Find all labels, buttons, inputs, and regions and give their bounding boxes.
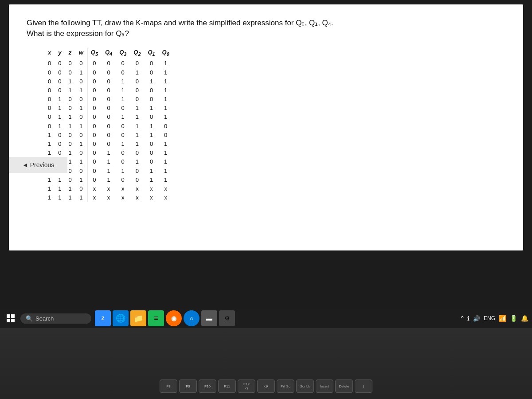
cell-right-7-1: 0 — [102, 122, 116, 131]
cell-right-15-2: x — [116, 193, 130, 202]
cell-right-4-0: 0 — [87, 95, 102, 104]
table-row: 1101010011 — [44, 176, 173, 184]
notification-icon[interactable]: 🔔 — [521, 315, 528, 322]
cell-right-12-3: 0 — [130, 167, 144, 176]
cell-left-6-1: 1 — [55, 113, 65, 121]
cell-right-3-1: 0 — [102, 86, 116, 95]
cell-left-2-3: 0 — [75, 77, 87, 86]
cell-left-0-0: 0 — [44, 59, 55, 68]
cell-right-14-2: x — [116, 184, 130, 193]
cell-right-10-2: 0 — [116, 149, 130, 157]
search-label: Search — [35, 315, 54, 322]
header-q2: Q2 — [130, 48, 144, 59]
chevron-up-icon[interactable]: ^ — [461, 315, 464, 322]
edge-icon[interactable]: 🌐 — [113, 310, 129, 326]
key-prtsc[interactable]: Prt Sc — [277, 379, 294, 393]
cell-left-10-2: 1 — [65, 149, 75, 157]
cell-right-12-2: 1 — [116, 167, 130, 176]
cell-left-13-0: 1 — [44, 176, 55, 184]
cell-left-3-1: 0 — [55, 86, 65, 95]
cell-right-15-3: x — [130, 193, 144, 202]
system-tray: ^ ℹ 🔊 ENG 📶 🔋 🔔 — [461, 315, 528, 322]
cell-right-5-5: 1 — [159, 104, 173, 113]
wifi-icon[interactable]: 📶 — [499, 315, 506, 322]
keyboard-area: F8 F9 F10 F11 F12 ◁- ◁+ Prt Sc Scr Lk In… — [0, 328, 532, 399]
cell-right-11-3: 1 — [130, 157, 144, 166]
cell-right-4-1: 0 — [102, 95, 116, 104]
cell-right-1-0: 0 — [87, 68, 102, 77]
cell-right-15-1: x — [102, 193, 116, 202]
cell-left-8-0: 1 — [44, 131, 55, 140]
cell-right-13-2: 0 — [116, 176, 130, 184]
cell-left-14-0: 1 — [44, 184, 55, 193]
key-f11[interactable]: F11 — [218, 379, 236, 393]
cell-left-4-3: 0 — [75, 95, 87, 104]
blue-circle-icon[interactable]: ○ — [184, 310, 200, 326]
key-scrlk[interactable]: Scr Lk — [296, 379, 314, 393]
taskbar-search[interactable]: 🔍 Search — [20, 313, 91, 324]
equalizer-icon[interactable]: ≡ — [148, 310, 164, 326]
key-vol-up[interactable]: ◁+ — [257, 379, 275, 393]
cell-right-5-4: 1 — [144, 104, 158, 113]
table-row: 0000000001 — [44, 59, 173, 68]
cell-left-7-3: 1 — [75, 122, 87, 131]
cell-right-15-5: x — [159, 193, 173, 202]
settings-icon[interactable]: ⚙ — [219, 310, 235, 326]
table-row: 1000000110 — [44, 131, 173, 140]
cell-right-6-0: 0 — [87, 113, 102, 121]
header-q0: Q0 — [159, 48, 173, 59]
key-insert[interactable]: Insert — [316, 379, 333, 393]
cell-left-15-2: 1 — [65, 193, 75, 202]
previous-button[interactable]: ◄ Previous — [9, 157, 67, 173]
cell-left-10-1: 0 — [55, 149, 65, 157]
header-w: w — [75, 48, 87, 59]
cell-left-5-0: 0 — [44, 104, 55, 113]
cell-left-4-0: 0 — [44, 95, 55, 104]
cell-left-4-1: 1 — [55, 95, 65, 104]
table-row: 0101000111 — [44, 104, 173, 113]
cell-right-5-3: 1 — [130, 104, 144, 113]
key-pipe[interactable]: | — [355, 379, 372, 393]
key-f9[interactable]: F9 — [179, 379, 197, 393]
cell-left-0-1: 0 — [55, 59, 65, 68]
question-text: Given the following TT, draw the K-maps … — [27, 18, 505, 39]
table-row: 1110xxxxxx — [44, 184, 173, 193]
zoom-icon[interactable]: Z — [95, 310, 111, 326]
key-f12[interactable]: F12 ◁- — [238, 379, 255, 393]
cell-right-1-1: 0 — [102, 68, 116, 77]
cell-right-9-2: 1 — [116, 140, 130, 149]
cell-right-7-0: 0 — [87, 122, 102, 131]
lang-label: ENG — [484, 315, 495, 321]
cell-right-11-0: 0 — [87, 157, 102, 166]
battery-icon[interactable]: 🔋 — [510, 315, 517, 322]
cell-right-6-5: 1 — [159, 113, 173, 121]
search-icon: 🔍 — [26, 315, 33, 322]
gray-icon[interactable]: ▬ — [201, 310, 217, 326]
table-row: 1111xxxxxx — [44, 193, 173, 202]
key-f8[interactable]: F8 — [160, 379, 177, 393]
cell-left-8-2: 0 — [65, 131, 75, 140]
key-f10[interactable]: F10 — [199, 379, 216, 393]
cell-right-14-3: x — [130, 184, 144, 193]
cell-right-9-0: 0 — [87, 140, 102, 149]
cell-right-6-4: 0 — [144, 113, 158, 121]
volume-icon[interactable]: 🔊 — [473, 315, 480, 322]
cell-left-7-0: 0 — [44, 122, 55, 131]
info-icon[interactable]: ℹ — [467, 315, 469, 322]
cell-right-9-5: 1 — [159, 140, 173, 149]
orange-icon[interactable]: ◉ — [166, 310, 182, 326]
cell-right-14-0: x — [87, 184, 102, 193]
start-button[interactable] — [4, 311, 18, 325]
cell-right-3-3: 0 — [130, 86, 144, 95]
cell-right-12-4: 1 — [144, 167, 158, 176]
cell-right-0-4: 0 — [144, 59, 158, 68]
key-delete[interactable]: Delete — [335, 379, 353, 393]
cell-right-14-5: x — [159, 184, 173, 193]
screen: Given the following TT, draw the K-maps … — [0, 0, 532, 328]
cell-left-12-3: 0 — [75, 167, 87, 176]
cell-left-15-3: 1 — [75, 193, 87, 202]
files-icon[interactable]: 📁 — [130, 310, 146, 326]
cell-right-0-5: 1 — [159, 59, 173, 68]
fn-key-row: F8 F9 F10 F11 F12 ◁- ◁+ Prt Sc Scr Lk In… — [160, 379, 372, 393]
cell-left-10-0: 1 — [44, 149, 55, 157]
